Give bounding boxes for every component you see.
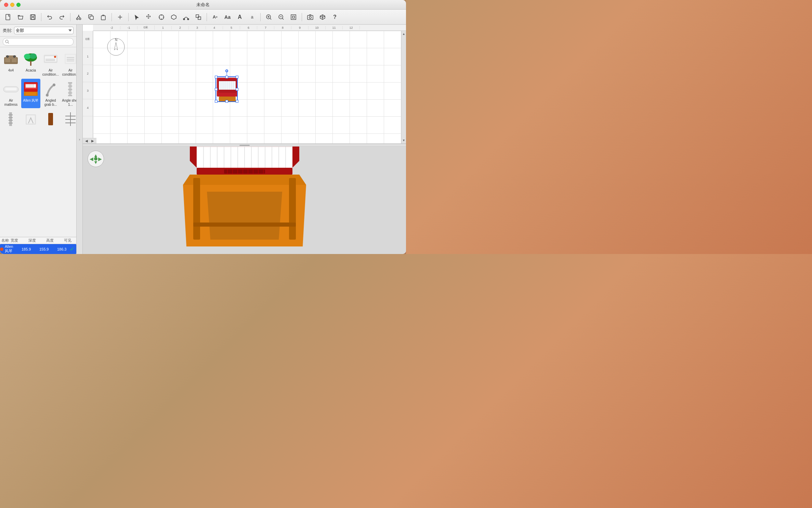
grid-item-row3-1[interactable] <box>1 109 21 130</box>
font-large-button[interactable]: Aa <box>222 12 233 23</box>
sel-handle-bl[interactable] <box>215 100 218 103</box>
svg-rect-49 <box>67 57 74 58</box>
fit-view-button[interactable] <box>288 12 299 23</box>
multi-select-button[interactable] <box>193 12 204 23</box>
svg-point-31 <box>309 16 311 18</box>
nav-right-btn[interactable]: ▶ <box>98 156 102 162</box>
window-title: 未命名 <box>196 2 210 8</box>
svg-rect-77 <box>9 123 13 124</box>
undo-button[interactable] <box>44 12 55 23</box>
sel-handle-ml[interactable] <box>215 88 218 91</box>
grid-item-row3-3[interactable] <box>41 109 60 130</box>
grid-item-acacia[interactable]: Acacia <box>21 49 40 78</box>
grid-item-air-mattress[interactable]: Air mattress <box>1 79 21 108</box>
search-bar <box>0 37 76 47</box>
sel-handle-tc[interactable] <box>225 76 228 78</box>
category-select[interactable]: 全部 <box>14 27 74 34</box>
titlebar: 未命名 <box>0 0 406 10</box>
path-button[interactable] <box>181 12 192 23</box>
nav-widget[interactable]: ▲ ▼ ◀ ▶ <box>88 151 104 167</box>
svg-rect-79 <box>27 115 35 124</box>
polygon-button[interactable] <box>168 12 179 23</box>
sep2 <box>70 13 70 21</box>
sel-handle-tr[interactable] <box>236 76 238 78</box>
measure-button[interactable] <box>156 12 167 23</box>
nav-center-dot[interactable] <box>94 157 97 161</box>
svg-rect-61 <box>32 84 32 88</box>
ruler-tick-h-12: 12 <box>343 26 360 29</box>
scroll-down-btn[interactable]: ▼ <box>402 139 405 142</box>
svg-rect-76 <box>9 120 13 121</box>
panel-toggle[interactable]: › <box>77 25 83 254</box>
help-button[interactable]: ? <box>329 12 340 23</box>
svg-point-65 <box>46 94 49 97</box>
svg-rect-62 <box>33 84 34 88</box>
cut-button[interactable] <box>73 12 84 23</box>
h-splitter[interactable] <box>83 144 406 147</box>
item-icon-air-mattress <box>2 80 20 98</box>
search-input[interactable] <box>3 38 74 46</box>
item-label-air-mattress: Air mattress <box>2 99 20 107</box>
sel-handle-bc[interactable] <box>225 100 228 103</box>
props-item-name: Allen 风琴 <box>5 244 13 254</box>
sel-handle-br[interactable] <box>236 100 238 103</box>
font-med-button[interactable]: A <box>234 12 245 23</box>
new-doc-button[interactable] <box>3 12 14 23</box>
svg-rect-45 <box>45 59 55 60</box>
ruler-tick-h-8: 8 <box>274 26 291 29</box>
svg-point-66 <box>53 84 55 86</box>
item-label-air-cond2: Air condition... <box>62 68 76 77</box>
rotate-handle[interactable] <box>225 69 228 72</box>
grid-item-air-cond2[interactable]: Air condition... <box>61 49 76 78</box>
3d-view-button[interactable] <box>317 12 328 23</box>
maximize-button[interactable] <box>16 3 21 7</box>
grid-item-row3-2[interactable] <box>21 109 40 130</box>
redo-button[interactable] <box>56 12 67 23</box>
save-doc-button[interactable] <box>27 12 38 23</box>
props-header: 名称 宽度 深度 高度 可见 <box>0 237 76 244</box>
add-text-button[interactable]: A+ <box>210 12 221 23</box>
zoom-in-button[interactable] <box>263 12 274 23</box>
grid-item-air-cond1[interactable]: Air condition... <box>41 49 60 78</box>
props-col-height: 高度 <box>46 238 64 243</box>
props-name-cell: Allen 风琴 <box>0 244 13 254</box>
svg-rect-64 <box>26 92 36 95</box>
grid-item-4x4[interactable]: 4x4 <box>1 49 21 78</box>
add-point-button[interactable] <box>115 12 126 23</box>
zoom-out-button[interactable] <box>276 12 287 23</box>
scroll-up-btn[interactable]: ▲ <box>402 32 405 36</box>
item-icon-row3-4 <box>62 110 76 128</box>
select-tool-button[interactable] <box>131 12 142 23</box>
grid-item-row3-4[interactable] <box>61 109 76 130</box>
close-button[interactable] <box>4 3 8 7</box>
grid-item-allen[interactable]: Allen 风琴 <box>21 79 40 108</box>
3d-view[interactable]: ▲ ▼ ◀ ▶ <box>83 147 406 254</box>
props-col-name: 名称 <box>1 238 11 243</box>
nav-left-btn[interactable]: ◀ <box>90 156 93 162</box>
view-content-2d: N <box>93 31 406 143</box>
minimize-button[interactable] <box>10 3 14 7</box>
scroll-right-btn[interactable]: ▶ <box>90 139 95 143</box>
svg-rect-71 <box>68 92 72 93</box>
grid-item-angle-shelf[interactable]: Angle shelf 1... <box>61 79 76 108</box>
scroll-left-btn[interactable]: ◀ <box>84 139 89 143</box>
sel-handle-tl[interactable] <box>215 76 218 78</box>
svg-rect-69 <box>68 86 72 87</box>
grid-item-angled-grab[interactable]: Angled grab b... <box>41 79 60 108</box>
paste-button[interactable] <box>98 12 109 23</box>
svg-point-5 <box>79 18 81 20</box>
props-selected-row[interactable]: Allen 风琴 185.9 155.9 186.3 ✓ <box>0 244 76 254</box>
sel-handle-mr[interactable] <box>236 88 238 91</box>
scroll-arrows-bottom: ◀ ▶ <box>83 138 96 143</box>
svg-marker-145 <box>207 192 282 240</box>
screenshot-button[interactable] <box>305 12 316 23</box>
top-view[interactable]: -2 -1 0米 1 2 3 4 5 6 7 8 9 10 11 12 <box>83 25 406 144</box>
pan-tool-button[interactable] <box>144 12 155 23</box>
ruler-tick-h-7: 7 <box>257 26 274 29</box>
font-small-button[interactable]: a <box>247 12 258 23</box>
svg-rect-41 <box>30 61 31 66</box>
open-doc-button[interactable] <box>15 12 26 23</box>
props-depth-val: 155.9 <box>31 247 49 251</box>
piano-top-view[interactable] <box>216 77 238 103</box>
copy-button[interactable] <box>86 12 96 23</box>
